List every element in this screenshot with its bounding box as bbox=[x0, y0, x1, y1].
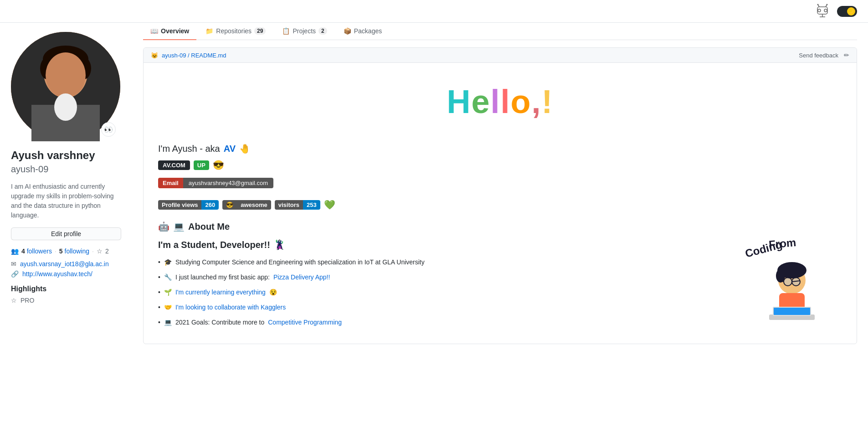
bullet-goals: • 💻 2021 Goals: Contribute more to Compe… bbox=[158, 318, 733, 327]
contact-list: ✉ ayush.varsnay_iot18@gla.ac.in 🔗 http:/… bbox=[11, 260, 121, 278]
bullet-learning: • 🌱 I'm currently learning everything 😵 bbox=[158, 288, 733, 297]
email-item: ✉ ayush.varsnay_iot18@gla.ac.in bbox=[11, 260, 121, 268]
avatar-container: 👀 bbox=[11, 32, 120, 141]
readme-breadcrumb: 😺 ayush-09 / README.md bbox=[151, 52, 226, 59]
stats-badges-row: Profile views 260 😎 awesome visitors 253 bbox=[158, 199, 842, 210]
following-count: 5 bbox=[59, 247, 63, 255]
repo-icon: 📁 bbox=[205, 27, 213, 35]
top-nav: 🌙 bbox=[0, 0, 868, 23]
highlights-title: Highlights bbox=[11, 285, 121, 293]
readme-breadcrumb-link[interactable]: ayush-09 / README.md bbox=[162, 52, 226, 59]
svg-point-24 bbox=[784, 278, 792, 286]
email-value: ayushvarshney43@gmail.com bbox=[183, 178, 273, 188]
about-content-left: I'm a Student, Developer!! 🦹 • 🎓 Studyin… bbox=[158, 239, 733, 333]
awesome-badge: 😎 awesome bbox=[222, 200, 271, 210]
svg-point-6 bbox=[827, 4, 828, 5]
svg-point-18 bbox=[54, 93, 77, 121]
octocat-icon bbox=[813, 2, 832, 21]
content-area: 📖 Overview 📁 Repositories 29 📋 Projects … bbox=[132, 23, 868, 433]
readme-header: 😺 ayush-09 / README.md Send feedback ✏ bbox=[144, 48, 857, 63]
hello-comma: , bbox=[532, 83, 542, 120]
send-feedback-link[interactable]: Send feedback bbox=[799, 52, 838, 59]
svg-rect-31 bbox=[774, 308, 810, 315]
followers-link[interactable]: 4 followers bbox=[21, 247, 52, 255]
pizza-app-link[interactable]: Pizza Delivery App!! bbox=[273, 273, 330, 282]
bullet-dot: • bbox=[158, 273, 160, 282]
about-me-title: 🤖 💻 About Me bbox=[158, 221, 842, 232]
followers-row: 👥 4 followers · 5 following · ☆ 2 bbox=[11, 247, 121, 255]
followers-count: 4 bbox=[21, 247, 25, 255]
svg-point-15 bbox=[46, 52, 86, 98]
avatar-badge-emoji: 👀 bbox=[104, 125, 113, 134]
email-link[interactable]: ayush.varsnay_iot18@gla.ac.in bbox=[20, 260, 109, 268]
bullet-app: • 🔧 I just launched my first basic app: … bbox=[158, 273, 733, 282]
seedling-emoji: 🌱 bbox=[164, 288, 172, 297]
collaborate-link[interactable]: I'm looking to collaborate with Kagglers bbox=[175, 303, 286, 312]
tab-repositories[interactable]: 📁 Repositories 29 bbox=[198, 23, 273, 40]
user-login: ayush-09 bbox=[11, 164, 121, 175]
visitors-count: 253 bbox=[303, 200, 320, 210]
highlights-section: Highlights ☆ PRO bbox=[11, 285, 121, 304]
hello-title: Hello,! bbox=[158, 83, 842, 120]
email-badge-row: Email ayushvarshney43@gmail.com bbox=[158, 178, 842, 194]
cool-emoji: 😎 bbox=[213, 160, 224, 170]
svg-rect-2 bbox=[817, 7, 827, 14]
nav-right: 🌙 bbox=[813, 2, 857, 21]
repo-count: 29 bbox=[254, 27, 266, 35]
hello-l2: l bbox=[501, 83, 511, 120]
edit-profile-button[interactable]: Edit profile bbox=[11, 227, 121, 240]
visitors-label: visitors bbox=[275, 200, 303, 210]
user-sidebar: 👀 Ayush varshney ayush-09 I am AI enthus… bbox=[0, 23, 132, 433]
awesome-label: awesome bbox=[237, 200, 271, 210]
bullet-dot: • bbox=[158, 288, 160, 297]
glasses-emoji: 😎 bbox=[222, 200, 237, 210]
star-icon: ☆ bbox=[97, 247, 103, 255]
wave-emoji: 🤚 bbox=[239, 143, 251, 154]
up-badge: UP bbox=[194, 160, 209, 170]
website-link[interactable]: http://www.ayushav.tech/ bbox=[22, 270, 92, 278]
user-display-name: Ayush varshney bbox=[11, 149, 121, 162]
stars-count: 2 bbox=[105, 247, 109, 255]
projects-icon: 📋 bbox=[282, 27, 290, 35]
laptop-emoji-2: 💻 bbox=[164, 318, 172, 327]
readme-card: 😺 ayush-09 / README.md Send feedback ✏ H… bbox=[143, 47, 857, 344]
pro-badge-item: ☆ PRO bbox=[11, 297, 121, 304]
avcom-badge: AV.COM bbox=[158, 160, 190, 170]
dizzy-emoji: 😵 bbox=[269, 288, 277, 297]
dark-mode-toggle[interactable]: 🌙 bbox=[837, 6, 857, 17]
wrench-emoji: 🔧 bbox=[164, 273, 172, 282]
svg-point-1 bbox=[824, 9, 827, 12]
coding-illustration: Coding From bbox=[742, 239, 842, 330]
tab-packages[interactable]: 📦 Packages bbox=[336, 23, 389, 40]
competitive-prog-link[interactable]: Competitive Programming bbox=[268, 318, 342, 327]
tab-projects[interactable]: 📋 Projects 2 bbox=[275, 23, 334, 40]
profile-views-label: Profile views bbox=[158, 200, 201, 210]
visitors-badge: visitors 253 bbox=[275, 200, 320, 210]
grad-emoji: 🎓 bbox=[164, 258, 172, 267]
mail-icon: ✉ bbox=[11, 260, 16, 268]
intro-line: I'm Ayush - aka AV 🤚 bbox=[158, 143, 842, 154]
hello-l1: l bbox=[491, 83, 501, 120]
repo-label: Repositories bbox=[216, 27, 252, 35]
email-label: Email bbox=[158, 178, 183, 188]
av-link[interactable]: AV bbox=[224, 144, 236, 154]
profile-views-count: 260 bbox=[201, 200, 219, 210]
badges-row: AV.COM UP 😎 bbox=[158, 160, 842, 170]
about-bullets: • 🎓 Studying Computer Science and Engine… bbox=[158, 258, 733, 327]
projects-label: Projects bbox=[293, 27, 316, 35]
tab-overview[interactable]: 📖 Overview bbox=[143, 23, 196, 40]
user-bio: I am AI enthusiastic and currently upgra… bbox=[11, 182, 121, 220]
hello-e: e bbox=[471, 83, 490, 120]
learning-link[interactable]: I'm currently learning everything bbox=[175, 288, 266, 297]
dark-mode-icon: 🌙 bbox=[847, 7, 855, 15]
projects-count: 2 bbox=[318, 27, 327, 35]
laptop-emoji: 💻 bbox=[173, 221, 185, 232]
svg-point-0 bbox=[818, 9, 821, 12]
about-content-row: I'm a Student, Developer!! 🦹 • 🎓 Studyin… bbox=[158, 239, 842, 333]
following-link[interactable]: 5 following bbox=[59, 247, 89, 255]
overview-label: Overview bbox=[161, 27, 189, 35]
student-developer-line: I'm a Student, Developer!! 🦹 bbox=[158, 239, 733, 250]
packages-icon: 📦 bbox=[344, 27, 351, 35]
edit-readme-icon[interactable]: ✏ bbox=[844, 52, 849, 59]
svg-text:From: From bbox=[768, 239, 796, 251]
